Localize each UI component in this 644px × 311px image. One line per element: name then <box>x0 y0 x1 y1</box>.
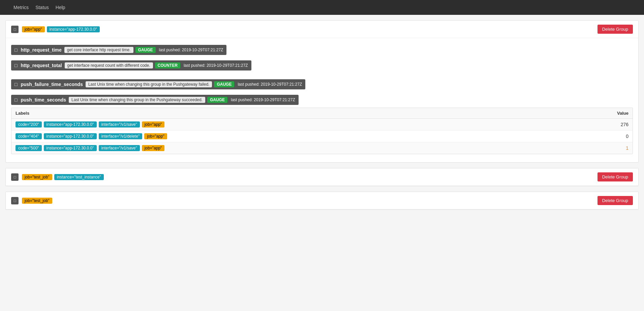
label-badge-job: job="test_job" <box>22 174 52 180</box>
metric-header-0-0: □http_request_timeget core interface htt… <box>11 45 226 55</box>
table-header-value: Value <box>599 108 633 119</box>
metric-icon-0-1: □ <box>14 63 17 68</box>
metric-type-badge: GAUGE <box>135 47 156 53</box>
metric-icon-0-3: □ <box>14 97 17 103</box>
metric-name-0-2: push_failure_time_seconds <box>21 82 83 87</box>
metric-type-badge: COUNTER <box>155 62 180 68</box>
metric-last-pushed-0-0: last pushed: 2019-10-29T07:21:27Z <box>159 48 223 52</box>
table-cell-labels-2: code="500"instance="app-172.30.0.0"inter… <box>11 142 599 154</box>
metric-type-badge: GAUGE <box>214 81 234 87</box>
metric-row-0-1: □http_request_totalget interface request… <box>6 58 638 77</box>
metric-last-pushed-0-2: last pushed: 2019-10-29T07:21:27Z <box>238 82 302 87</box>
label-badge-job: job="app" <box>142 145 165 151</box>
navbar-link-status[interactable]: Status <box>35 5 49 10</box>
metric-help-0-1: get interface request count with differe… <box>65 62 153 68</box>
metric-icon-0-2: □ <box>14 82 17 87</box>
group-labels-2: □job="test_job" <box>11 197 52 204</box>
table-row-1: code="404"instance="app-172.30.0.0"inter… <box>11 131 633 142</box>
metric-icon-0-0: □ <box>14 47 17 53</box>
metric-last-pushed-0-3: last pushed: 2019-10-29T07:21:27Z <box>231 97 295 102</box>
main-content: □job="app"instance="app-172.30.0.0"Delet… <box>0 15 644 221</box>
data-table-0: LabelsValuecode="200"instance="app-172.3… <box>11 108 633 154</box>
delete-group-button-1[interactable]: Delete Group <box>597 172 633 181</box>
table-header-labels: Labels <box>11 108 599 119</box>
metric-table-0: LabelsValuecode="200"instance="app-172.3… <box>11 108 633 154</box>
group-block-0: □job="app"instance="app-172.30.0.0"Delet… <box>5 20 639 163</box>
group-header-1: □job="test_job"instance="test_instance"D… <box>6 168 638 186</box>
navbar: MetricsStatusHelp <box>0 0 644 15</box>
label-badge-interface: interface="/v1/save" <box>99 145 140 151</box>
table-cell-value-0: 276 <box>599 119 633 131</box>
delete-group-button-2[interactable]: Delete Group <box>597 196 633 205</box>
group-metrics-0: □http_request_timeget core interface htt… <box>6 38 638 162</box>
metric-name-0-3: push_time_seconds <box>21 97 66 103</box>
metric-row-0-3: □push_time_secondsLast Unix time when ch… <box>6 92 638 108</box>
navbar-link-help[interactable]: Help <box>56 5 65 10</box>
group-header-2: □job="test_job"Delete Group <box>6 192 638 209</box>
label-badge-interface: interface="/v1/save" <box>99 121 140 128</box>
metric-help-0-0: get core interface http request time. <box>64 47 133 53</box>
metric-help-0-2: Last Unix time when changing this group … <box>86 81 212 87</box>
label-badge-code: code="404" <box>16 133 42 139</box>
label-badge-code: code="200" <box>16 121 42 128</box>
label-badge-code: code="500" <box>16 145 42 151</box>
group-icon-1: □ <box>11 173 19 181</box>
group-block-2: □job="test_job"Delete Group <box>5 192 639 210</box>
label-badge-job: job="test_job" <box>22 198 52 204</box>
label-badge-instance: instance="app-172.30.0.0" <box>44 133 97 139</box>
table-cell-labels-0: code="200"instance="app-172.30.0.0"inter… <box>11 119 599 131</box>
label-badge-instance: instance="app-172.30.0.0" <box>47 26 100 32</box>
navbar-nav: MetricsStatusHelp <box>13 5 65 10</box>
label-badge-job: job="app" <box>144 133 167 139</box>
metric-header-0-2: □push_failure_time_secondsLast Unix time… <box>11 79 305 89</box>
table-row-2: code="500"instance="app-172.30.0.0"inter… <box>11 142 633 154</box>
table-row-0: code="200"instance="app-172.30.0.0"inter… <box>11 119 633 131</box>
group-icon-2: □ <box>11 197 19 204</box>
metric-header-0-3: □push_time_secondsLast Unix time when ch… <box>11 95 299 105</box>
table-cell-value-2: 1 <box>599 142 633 154</box>
label-badge-instance: instance="app-172.30.0.0" <box>44 145 97 151</box>
group-labels-1: □job="test_job"instance="test_instance" <box>11 173 104 181</box>
group-icon-0: □ <box>11 26 19 33</box>
label-badge-instance: instance="app-172.30.0.0" <box>44 121 97 128</box>
metric-name-0-0: http_request_time <box>21 47 61 53</box>
group-labels-0: □job="app"instance="app-172.30.0.0" <box>11 26 100 33</box>
group-block-1: □job="test_job"instance="test_instance"D… <box>5 168 639 186</box>
metric-name-0-1: http_request_total <box>21 63 62 68</box>
metric-row-0-2: □push_failure_time_secondsLast Unix time… <box>6 77 638 92</box>
metric-header-0-1: □http_request_totalget interface request… <box>11 60 251 70</box>
metric-help-0-3: Last Unix time when changing this group … <box>69 97 205 103</box>
table-cell-value-1: 0 <box>599 131 633 142</box>
group-header-0: □job="app"instance="app-172.30.0.0"Delet… <box>6 21 638 38</box>
metric-last-pushed-0-1: last pushed: 2019-10-29T07:21:27Z <box>184 63 248 68</box>
navbar-link-metrics[interactable]: Metrics <box>13 5 29 10</box>
label-badge-job: job="app" <box>22 26 45 32</box>
label-badge-instance: instance="test_instance" <box>54 174 104 180</box>
label-badge-interface: interface="/v1/delete" <box>99 133 143 139</box>
metric-type-badge: GAUGE <box>207 97 227 103</box>
delete-group-button-0[interactable]: Delete Group <box>597 25 633 34</box>
label-badge-job: job="app" <box>142 121 165 128</box>
table-cell-labels-1: code="404"instance="app-172.30.0.0"inter… <box>11 131 599 142</box>
metric-row-0-0: □http_request_timeget core interface htt… <box>6 42 638 58</box>
